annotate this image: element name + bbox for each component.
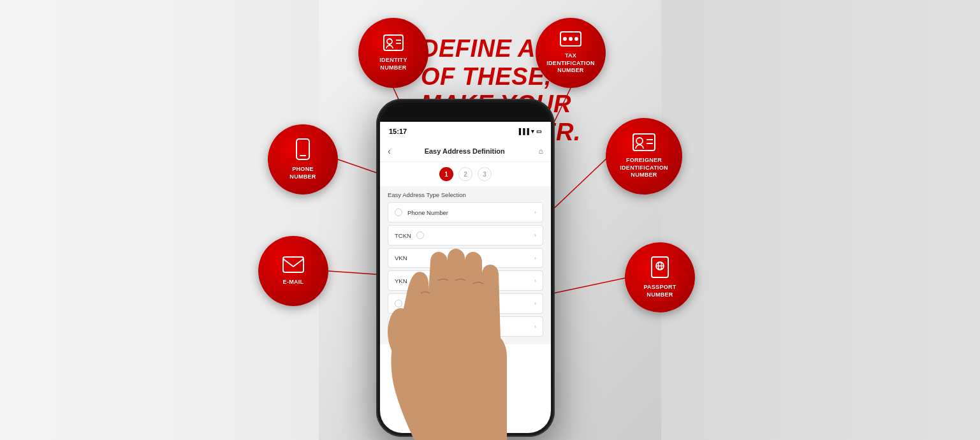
status-icons: ▐▐▐ ▾ ▭ <box>517 128 542 135</box>
form-row-tckn-content: TCKN <box>395 231 424 239</box>
svg-rect-20 <box>283 257 304 272</box>
arrow-passport: › <box>534 323 536 330</box>
radio-phone[interactable] <box>395 209 402 216</box>
form-row-phone[interactable]: Phone Number › <box>388 202 543 223</box>
arrow-phone: › <box>534 209 536 216</box>
form-row-ykn-label: YKN <box>395 277 407 284</box>
form-row-vkn[interactable]: VKN › <box>388 248 543 268</box>
radio-ykn[interactable] <box>451 277 458 284</box>
circle-tax: TAXIDENTIFICATIONNUMBER <box>536 18 606 88</box>
foreigner-icon <box>633 133 655 154</box>
bg-right <box>661 0 980 440</box>
form-row-ykn-content: YKN <box>395 277 458 284</box>
svg-point-12 <box>569 37 573 41</box>
phone-screen: 15:17 ▐▐▐ ▾ ▭ ‹ Easy Address Definition … <box>380 122 551 433</box>
circle-passport: PASSPORTNUMBER <box>625 242 695 312</box>
arrow-vkn: › <box>534 255 536 261</box>
step-2: 2 <box>458 167 472 181</box>
svg-point-13 <box>574 37 578 41</box>
svg-point-11 <box>563 37 567 41</box>
phone-icon <box>296 138 310 163</box>
phone-mockup: 15:17 ▐▐▐ ▾ ▭ ‹ Easy Address Definition … <box>376 99 555 437</box>
identity-label: IDENTITYNUMBER <box>379 57 407 71</box>
form-row-passport-content: Passport Number <box>395 323 467 330</box>
step-1: 1 <box>439 167 453 181</box>
circle-identity: IDENTITYNUMBER <box>358 18 428 88</box>
tax-label: TAXIDENTIFICATIONNUMBER <box>546 52 595 75</box>
wifi-icon: ▾ <box>531 128 534 135</box>
phone-label: PHONENUMBER <box>289 166 316 180</box>
svg-rect-21 <box>652 257 668 277</box>
form-row-vkn-content: VKN <box>395 254 407 261</box>
svg-point-17 <box>636 138 643 144</box>
form-section: Easy Address Type Selection Phone Number… <box>380 186 551 344</box>
form-row-email-content: Email <box>395 300 423 307</box>
form-row-vkn-label: VKN <box>395 254 407 261</box>
circle-email: E-MAIL <box>258 236 328 306</box>
arrow-tckn: › <box>534 232 536 238</box>
form-row-email-label: Email <box>407 300 423 307</box>
identity-icon <box>383 34 404 54</box>
form-row-tckn-label: TCKN <box>395 232 411 239</box>
bg-left <box>0 0 319 440</box>
email-label: E-MAIL <box>283 279 304 286</box>
app-title: Easy Address Definition <box>391 147 539 155</box>
phone-outer: 15:17 ▐▐▐ ▾ ▭ ‹ Easy Address Definition … <box>376 99 555 437</box>
arrow-ykn: › <box>534 277 536 284</box>
phone-inner: 15:17 ▐▐▐ ▾ ▭ ‹ Easy Address Definition … <box>380 103 551 433</box>
tax-icon <box>560 31 581 49</box>
step-indicators: 1 2 3 <box>380 162 551 186</box>
radio-tckn[interactable] <box>416 231 424 239</box>
step-3: 3 <box>478 167 492 181</box>
radio-email[interactable] <box>395 300 402 307</box>
passport-label: PASSPORTNUMBER <box>643 284 676 298</box>
circle-phone: PHONENUMBER <box>268 124 338 194</box>
form-row-passport[interactable]: Passport Number › <box>388 316 543 337</box>
foreigner-label: FOREIGNERIDENTIFICATIONNUMBER <box>620 157 668 179</box>
svg-rect-14 <box>296 139 309 159</box>
form-row-passport-label: Passport Number <box>395 323 442 330</box>
radio-passport[interactable] <box>460 323 467 330</box>
form-section-title: Easy Address Type Selection <box>388 191 543 198</box>
phone-notch <box>440 103 491 117</box>
status-bar: 15:17 ▐▐▐ ▾ ▭ <box>380 122 551 141</box>
signal-icon: ▐▐▐ <box>517 128 529 135</box>
form-row-phone-content: Phone Number <box>395 209 448 216</box>
email-icon <box>282 256 304 275</box>
svg-point-7 <box>387 39 392 44</box>
form-row-email[interactable]: Email › <box>388 293 543 314</box>
form-row-tckn[interactable]: TCKN › <box>388 225 543 246</box>
arrow-email: › <box>534 300 536 307</box>
form-row-phone-label: Phone Number <box>407 209 448 216</box>
form-row-ykn[interactable]: YKN › <box>388 270 543 291</box>
circle-foreigner: FOREIGNERIDENTIFICATIONNUMBER <box>606 118 682 194</box>
passport-icon <box>651 256 669 281</box>
battery-icon: ▭ <box>536 128 542 135</box>
home-icon[interactable]: ⌂ <box>539 147 543 156</box>
app-header: ‹ Easy Address Definition ⌂ <box>380 141 551 162</box>
status-time: 15:17 <box>389 128 407 135</box>
